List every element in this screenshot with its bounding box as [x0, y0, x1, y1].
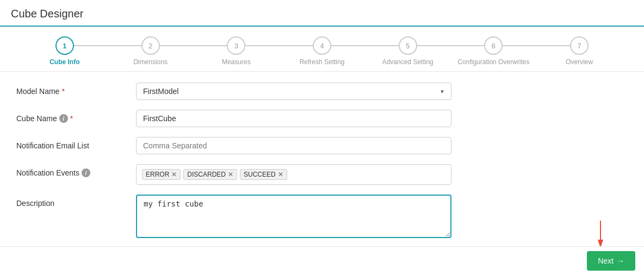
step-label-4: Refresh Setting	[300, 58, 345, 66]
step-label-5: Advanced Setting	[382, 58, 434, 66]
next-button[interactable]: Next →	[587, 251, 635, 271]
tag-error: ERROR ✕	[142, 169, 181, 180]
wizard-step-6[interactable]: 6 Configuration Overwrites	[451, 36, 537, 66]
required-star-cube: *	[70, 114, 73, 123]
tag-succeed-label: SUCCEED	[244, 171, 276, 178]
notification-events-info-icon[interactable]: i	[82, 168, 90, 177]
tag-discarded: DISCARDED ✕	[183, 169, 237, 180]
step-circle-6: 6	[484, 36, 503, 55]
model-name-label: Model Name *	[16, 83, 136, 96]
page-container: Cube Designer 1 Cube Info 2 Dimensions	[0, 0, 644, 275]
tag-error-remove[interactable]: ✕	[171, 171, 177, 178]
step-circle-5: 5	[399, 36, 417, 55]
notification-events-row: Notification Events i ERROR ✕ DISCARDED …	[16, 164, 628, 185]
step-circle-1: 1	[55, 36, 74, 55]
tag-succeed: SUCCEED ✕	[240, 169, 287, 180]
footer: Next →	[0, 246, 644, 275]
notification-email-label: Notification Email List	[16, 137, 136, 150]
description-control: my first cube	[136, 195, 451, 240]
step-label-1: Cube Info	[49, 58, 79, 66]
wizard-step-5[interactable]: 5 Advanced Setting	[365, 36, 451, 66]
notification-tags-input[interactable]: ERROR ✕ DISCARDED ✕ SUCCEED ✕	[136, 164, 451, 185]
wizard-step-4[interactable]: 4 Refresh Setting	[279, 36, 365, 66]
step-label-3: Measures	[222, 58, 251, 66]
tag-discarded-label: DISCARDED	[187, 171, 226, 178]
tag-discarded-remove[interactable]: ✕	[228, 171, 233, 178]
cube-name-input[interactable]	[136, 110, 451, 127]
notification-email-control	[136, 137, 451, 154]
model-name-select[interactable]: FirstModel	[136, 83, 451, 100]
description-row: Description my first cube	[16, 195, 628, 240]
cube-name-control	[136, 110, 451, 127]
step-circle-3: 3	[227, 36, 245, 55]
wizard-step-2[interactable]: 2 Dimensions	[108, 36, 194, 66]
wizard-step-3[interactable]: 3 Measures	[193, 36, 279, 66]
notification-email-input[interactable]	[136, 137, 451, 154]
notification-email-row: Notification Email List	[16, 137, 628, 154]
cube-name-label: Cube Name i *	[16, 110, 136, 123]
page-title: Cube Designer	[0, 0, 644, 27]
wizard-step-1[interactable]: 1 Cube Info	[22, 36, 108, 66]
model-name-control: FirstModel	[136, 83, 451, 100]
step-label-7: Overview	[566, 58, 593, 66]
model-name-row: Model Name * FirstModel	[16, 83, 628, 100]
next-button-arrow: →	[617, 257, 624, 265]
cube-name-row: Cube Name i *	[16, 110, 628, 127]
step-circle-2: 2	[141, 36, 160, 55]
step-circle-7: 7	[570, 36, 589, 55]
form-area: Model Name * FirstModel Cube Name i *	[0, 72, 644, 260]
step-label-6: Configuration Overwrites	[457, 58, 529, 66]
cube-name-info-icon[interactable]: i	[59, 114, 68, 123]
arrow-indicator	[590, 221, 611, 248]
next-button-label: Next	[598, 257, 614, 265]
wizard-steps: 1 Cube Info 2 Dimensions 3 Measures	[0, 27, 644, 72]
notification-events-control: ERROR ✕ DISCARDED ✕ SUCCEED ✕	[136, 164, 451, 185]
step-label-2: Dimensions	[133, 58, 168, 66]
description-textarea[interactable]: my first cube	[136, 195, 451, 238]
model-name-select-wrapper: FirstModel	[136, 83, 451, 100]
description-label: Description	[16, 195, 136, 208]
required-star-model: *	[61, 87, 64, 96]
step-circle-4: 4	[313, 36, 331, 55]
tag-succeed-remove[interactable]: ✕	[278, 171, 283, 178]
tag-error-label: ERROR	[146, 171, 169, 178]
notification-events-label: Notification Events i	[16, 164, 136, 177]
wizard-step-7[interactable]: 7 Overview	[536, 36, 622, 66]
